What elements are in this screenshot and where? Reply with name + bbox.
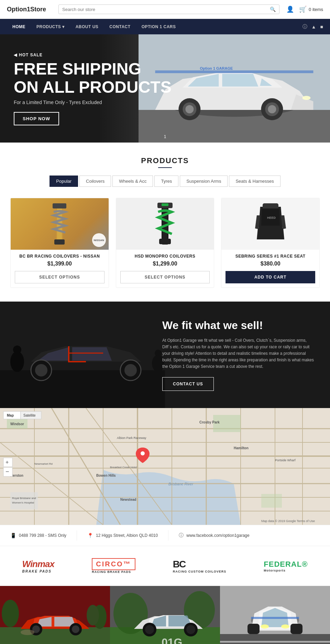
contact-address: 📍 12 Higgs Street, Albion QLD 4010 xyxy=(87,533,158,538)
fit-title: We fit what we sell! xyxy=(162,319,316,332)
arrow-left-icon: ◀ xyxy=(14,53,17,57)
header-icons: 👤 🛒 0 items xyxy=(286,5,323,13)
nav-item-about[interactable]: ABOUT US xyxy=(70,19,104,34)
svg-text:+: + xyxy=(6,459,9,465)
svg-point-5 xyxy=(186,105,194,113)
svg-rect-19 xyxy=(159,239,171,244)
svg-text:Option 1 GARAGE: Option 1 GARAGE xyxy=(200,66,233,70)
hot-sale-text: HOT SALE xyxy=(19,53,43,57)
product-name: HSD MONOPRO COILOVERS xyxy=(120,254,210,259)
map-visual: Windsor Crosby Park Hamilton Albion Park… xyxy=(0,408,330,525)
svg-point-26 xyxy=(35,364,47,376)
svg-rect-105 xyxy=(251,617,299,619)
search-bar: 🔍 xyxy=(58,4,279,14)
svg-point-104 xyxy=(281,624,289,629)
tab-popular[interactable]: Popular xyxy=(50,176,78,187)
product-grid: NISSAN BC BR RACING COILOVERS - NISSAN $… xyxy=(10,198,320,288)
section-divider xyxy=(158,167,172,168)
contact-us-button[interactable]: CONTACT US xyxy=(162,377,214,391)
search-icon: 🔍 xyxy=(270,7,276,12)
hero-title: FREE SHIPPING ON ALL PRODUCTS xyxy=(14,60,172,97)
instagram-icon[interactable]: ■ xyxy=(320,24,323,30)
product-card: NISSAN BC BR RACING COILOVERS - NISSAN $… xyxy=(10,198,109,288)
svg-text:Hamilton: Hamilton xyxy=(234,446,249,450)
select-options-button-2[interactable]: SELECT OPTIONS xyxy=(120,271,210,283)
svg-rect-99 xyxy=(220,641,330,643)
svg-point-9 xyxy=(302,96,311,100)
cart-area[interactable]: 🛒 0 items xyxy=(299,5,323,13)
svg-point-93 xyxy=(145,625,154,634)
brands-section: Winmax BRAKE PADS CIRCO™ RACING BRAKE PA… xyxy=(0,546,330,586)
facebook-icon[interactable]: ⓘ xyxy=(302,24,307,30)
product-name: BC BR RACING COILOVERS - NISSAN xyxy=(15,254,104,259)
svg-text:Breakfast Creek Hotel: Breakfast Creek Hotel xyxy=(110,466,137,469)
hero-content: ◀ HOT SALE FREE SHIPPING ON ALL PRODUCTS… xyxy=(0,41,185,136)
add-to-cart-button[interactable]: ADD TO CART xyxy=(226,271,315,283)
contact-facebook: ⓘ www.facebook.com/option1garage xyxy=(179,532,249,539)
cart-icon: 🛒 xyxy=(299,5,307,13)
svg-point-82 xyxy=(87,605,99,625)
product-card: HSD MONOPRO COILOVERS $1,299.00 SELECT O… xyxy=(116,198,214,288)
product-image: NISSAN xyxy=(11,198,109,250)
svg-text:Crosby Park: Crosby Park xyxy=(199,420,220,424)
twitter-icon[interactable]: ▲ xyxy=(311,24,316,30)
product-price: $1,399.00 xyxy=(15,261,104,267)
svg-point-30 xyxy=(13,346,21,354)
product-info: SEBRING SERIES #1 RACE SEAT $380.00 ADD … xyxy=(221,250,319,287)
nav-item-option1cars[interactable]: OPTION 1 CARS xyxy=(136,19,182,34)
product-tabs: Popular Coilovers Wheels & Acc Tyres Sus… xyxy=(7,175,323,188)
select-options-button[interactable]: SELECT OPTIONS xyxy=(15,271,104,283)
facebook-icon: ⓘ xyxy=(179,532,184,539)
svg-rect-79 xyxy=(0,627,110,644)
svg-text:Brisbane River: Brisbane River xyxy=(168,482,194,486)
svg-text:HEED: HEED xyxy=(267,216,276,219)
product-image: HEED xyxy=(221,198,319,250)
svg-text:Map data © 2019 Google  Terms : Map data © 2019 Google Terms of Use xyxy=(261,519,315,523)
search-input[interactable] xyxy=(62,7,270,12)
nav-item-products[interactable]: PRODUCTS ▾ xyxy=(31,19,70,34)
gallery-item-1 xyxy=(0,586,110,644)
gallery-item-2: 01G xyxy=(110,586,220,644)
tab-wheels[interactable]: Wheels & Acc xyxy=(112,176,153,187)
svg-point-103 xyxy=(261,624,269,629)
user-icon[interactable]: 👤 xyxy=(286,5,294,13)
tab-coilovers[interactable]: Coilovers xyxy=(79,176,111,187)
map-section: Windsor Crosby Park Hamilton Albion Park… xyxy=(0,408,330,525)
svg-text:−: − xyxy=(6,468,9,475)
svg-point-8 xyxy=(268,105,276,113)
facebook-url: www.facebook.com/option1garage xyxy=(186,533,249,538)
hero-cta-button[interactable]: SHOP NOW xyxy=(14,112,59,125)
product-info: BC BR RACING COILOVERS - NISSAN $1,399.0… xyxy=(11,250,109,287)
nav-item-home[interactable]: HOME xyxy=(7,19,31,34)
logo[interactable]: Option1Store xyxy=(7,6,52,13)
svg-rect-14 xyxy=(53,203,66,208)
svg-point-87 xyxy=(21,630,34,635)
svg-text:Albion Park Raceway: Albion Park Raceway xyxy=(117,436,146,440)
tab-tyres[interactable]: Tyres xyxy=(154,176,178,187)
svg-text:Satellite: Satellite xyxy=(23,414,36,417)
svg-rect-102 xyxy=(290,624,302,634)
address-text: 12 Higgs Street, Albion QLD 4010 xyxy=(96,533,158,538)
svg-point-80 xyxy=(2,600,19,627)
svg-rect-62 xyxy=(10,492,38,509)
contact-separator-2 xyxy=(168,530,168,541)
product-image xyxy=(116,198,214,250)
products-title: PRODUCTS xyxy=(7,156,323,165)
tab-suspension-arms[interactable]: Suspension Arms xyxy=(180,176,228,187)
hot-sale-badge: ◀ HOT SALE xyxy=(14,53,43,57)
svg-rect-52 xyxy=(261,494,282,508)
nav-items: HOME PRODUCTS ▾ ABOUT US CONTACT OPTION … xyxy=(7,19,302,34)
svg-point-95 xyxy=(186,625,195,634)
hero-title-line1: FREE SHIPPING xyxy=(14,60,172,78)
tab-seats-harnesses[interactable]: Seats & Harnesses xyxy=(229,176,280,187)
gallery-section: 01G xyxy=(0,586,330,644)
product-card: HEED SEBRING SERIES #1 RACE SEAT $380.00… xyxy=(221,198,320,288)
svg-text:Windsor: Windsor xyxy=(10,422,24,426)
hero-banner: Option 1 GARAGE ◀ HOT SALE FREE SHIPPING… xyxy=(0,34,330,143)
product-name: SEBRING SERIES #1 RACE SEAT xyxy=(226,254,315,259)
hero-subtitle: For a Limited Time Only - Tyres Excluded xyxy=(14,100,172,105)
svg-point-66 xyxy=(141,451,145,455)
nav-item-contact[interactable]: CONTACT xyxy=(104,19,136,34)
hero-title-line2: ON ALL PRODUCTS xyxy=(14,78,172,97)
contact-separator xyxy=(77,530,77,541)
